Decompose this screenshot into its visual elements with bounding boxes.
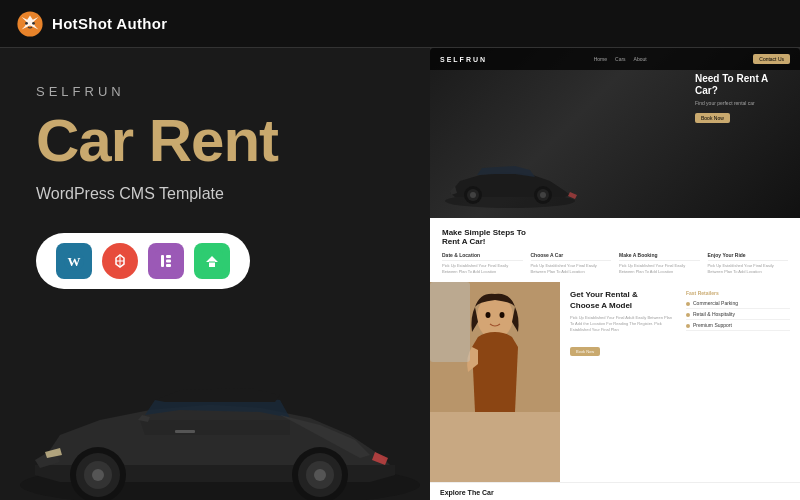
preview-rental-title: Get Your Rental &Choose A Model — [570, 290, 674, 311]
preview-step-3-title: Make A Booking — [619, 252, 700, 261]
preview-hero-text: Need To Rent A Car? Find your perfect re… — [695, 73, 785, 124]
svg-text:W: W — [68, 254, 81, 269]
top-bar: HotShot Author — [0, 0, 800, 48]
preview-explore-section: Explore The Car — [430, 482, 800, 500]
preview-step-1-title: Date & Location — [442, 252, 523, 261]
ultimate-icon — [201, 250, 223, 272]
preview-steps-section: Make Simple Steps ToRent A Car! Date & L… — [430, 218, 800, 282]
preview-rental-text: Pick Up Established Your Final Adult Eas… — [570, 315, 674, 333]
preview-step-1-text: Pick Up Established Your Final Easily Be… — [442, 263, 523, 274]
left-panel: SELFRUN Car Rent WordPress CMS Template … — [0, 48, 430, 500]
wordpress-icon: W — [63, 250, 85, 272]
preview-steps: Date & Location Pick Up Established Your… — [442, 252, 788, 274]
preview-hero: SELFRUN Home Cars About Contact Us Need … — [430, 48, 800, 218]
preview-right-content: Get Your Rental &Choose A Model Pick Up … — [560, 282, 800, 482]
preview-nav-link-home: Home — [594, 56, 607, 62]
preview-features: Commercial Parking Retail & Hospitality … — [686, 300, 790, 331]
preview-car-hero — [435, 143, 585, 208]
preview-bottom: Get Your Rental &Choose A Model Pick Up … — [430, 282, 800, 482]
svg-point-23 — [314, 469, 326, 481]
preview-explore-title: Explore The Car — [440, 489, 790, 496]
preview-step-2: Choose A Car Pick Up Established Your Fi… — [531, 252, 612, 274]
quix-badge — [102, 243, 138, 279]
preview-nav-logo: SELFRUN — [440, 56, 487, 63]
woman-svg — [430, 282, 560, 412]
preview-step-4-text: Pick Up Established Your Final Easily Be… — [708, 263, 789, 274]
preview-step-4: Enjoy Your Ride Pick Up Established Your… — [708, 252, 789, 274]
svg-rect-12 — [166, 264, 171, 267]
svg-rect-36 — [430, 282, 470, 362]
preview-nav: SELFRUN Home Cars About Contact Us — [430, 48, 800, 70]
tech-badges: W — [36, 233, 250, 289]
elementor-icon — [155, 250, 177, 272]
preview-hero-title: Need To Rent A Car? — [695, 73, 785, 97]
wordpress-badge: W — [56, 243, 92, 279]
preview-step-3: Make A Booking Pick Up Established Your … — [619, 252, 700, 274]
brand-logo: HotShot Author — [16, 10, 167, 38]
svg-rect-9 — [161, 255, 164, 267]
preview-woman-image — [430, 282, 560, 482]
quix-icon — [109, 250, 131, 272]
svg-point-19 — [92, 469, 104, 481]
preview-steps-heading: Make Simple Steps ToRent A Car! — [442, 228, 788, 246]
preview-step-2-title: Choose A Car — [531, 252, 612, 261]
main-title: Car Rent — [36, 111, 394, 171]
svg-point-2 — [32, 21, 35, 24]
svg-point-1 — [25, 21, 28, 24]
preview-nav-links: Home Cars About — [594, 56, 647, 62]
subtitle: SELFRUN — [36, 84, 394, 99]
template-type: WordPress CMS Template — [36, 185, 394, 203]
preview-step-4-title: Enjoy Your Ride — [708, 252, 789, 261]
brand-name: HotShot Author — [52, 15, 167, 32]
svg-point-31 — [540, 192, 546, 198]
preview-nav-btn: Contact Us — [753, 54, 790, 64]
preview-hero-subtitle: Find your perfect rental car — [695, 100, 785, 106]
preview-feature-2: Retail & Hospitality — [686, 311, 790, 320]
svg-rect-11 — [166, 260, 171, 263]
preview-rental-btn: Book Now — [570, 347, 600, 356]
fox-icon — [16, 10, 44, 38]
main-content: SELFRUN Car Rent WordPress CMS Template … — [0, 48, 800, 500]
svg-point-35 — [500, 312, 505, 318]
svg-point-34 — [486, 312, 491, 318]
car-svg — [0, 290, 480, 500]
preview-features-heading: Fast Retailers — [686, 290, 790, 296]
ultimate-badge — [194, 243, 230, 279]
preview-nav-link-about: About — [634, 56, 647, 62]
preview-step-2-text: Pick Up Established Your Final Easily Be… — [531, 263, 612, 274]
preview-feature-3: Premium Support — [686, 322, 790, 331]
svg-rect-10 — [166, 255, 171, 258]
preview-container: SELFRUN Home Cars About Contact Us Need … — [430, 48, 800, 500]
preview-feature-1: Commercial Parking — [686, 300, 790, 309]
svg-point-28 — [470, 192, 476, 198]
preview-hero-btn: Book Now — [695, 113, 730, 123]
preview-step-1: Date & Location Pick Up Established Your… — [442, 252, 523, 274]
car-image — [0, 290, 490, 500]
preview-nav-link-cars: Cars — [615, 56, 626, 62]
right-panel: SELFRUN Home Cars About Contact Us Need … — [430, 48, 800, 500]
elementor-badge — [148, 243, 184, 279]
preview-step-3-text: Pick Up Established Your Final Easily Be… — [619, 263, 700, 274]
svg-rect-24 — [175, 430, 195, 433]
